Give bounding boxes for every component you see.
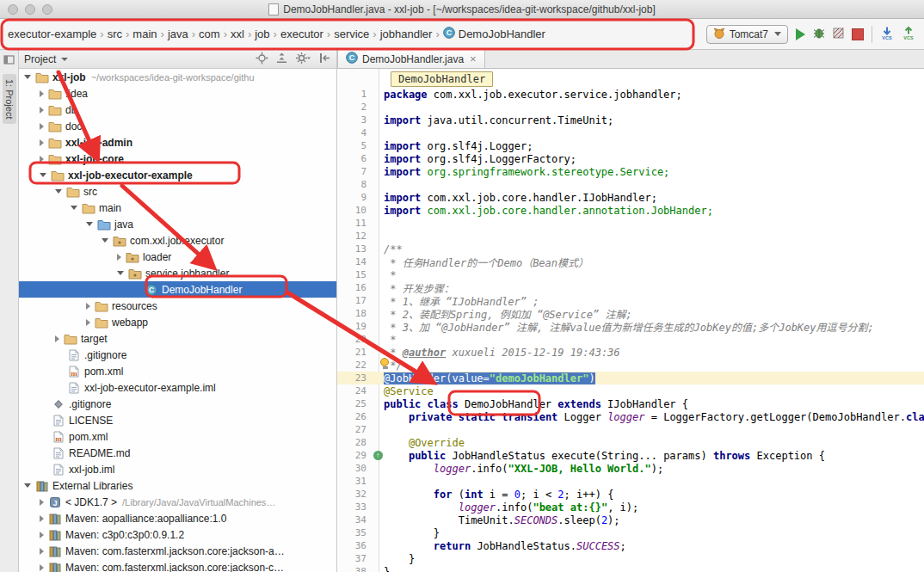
breadcrumb-item-src[interactable]: src [105,26,125,42]
line-number[interactable]: 36 [337,540,372,551]
code-line-21[interactable]: 21 * @author xuxueli 2015-12-19 19:43:36 [337,346,924,359]
tree-item-Maven: c3p0:c3p0:0.9.1.2[interactable]: Maven: c3p0:c3p0:0.9.1.2 [19,526,336,543]
collapse-arrow-icon[interactable] [102,238,108,243]
code-line-35[interactable]: 35 } [337,526,924,539]
code-line-29[interactable]: 29↑ public JobHandleStatus execute(Strin… [337,449,924,462]
breadcrumb-item-jobhandler[interactable]: jobhandler [378,26,435,42]
tree-item-src[interactable]: src [19,183,336,200]
override-marker-icon[interactable]: ↑ [373,451,383,460]
code-line-24[interactable]: 24@Service [337,384,924,397]
line-number[interactable]: 10 [337,205,372,216]
line-number[interactable]: 22 [337,360,372,371]
line-number[interactable]: 17 [337,295,372,306]
code-line-8[interactable]: 8 [337,178,924,191]
breadcrumb-item-executor[interactable]: executor [278,26,326,42]
breadcrumb-item-service[interactable]: service [331,26,372,42]
tree-item-.gitignore[interactable]: .gitignore [19,347,336,363]
code-line-25[interactable]: 25public class DemoJobHandler extends IJ… [337,397,924,410]
line-number[interactable]: 7 [337,166,372,177]
collapse-arrow-icon[interactable] [117,271,124,275]
tree-item-xxl-job.iml[interactable]: xxl-job.iml [19,461,336,477]
project-stripe-button[interactable]: 1: Project [3,74,16,124]
collapse-arrow-icon[interactable] [71,206,77,210]
tree-item-loader[interactable]: loader [19,249,336,265]
code-line-34[interactable]: 34 TimeUnit.SECONDS.sleep(2); [337,514,924,526]
line-number[interactable]: 14 [337,256,372,268]
code-line-28[interactable]: 28 @Override [337,436,924,449]
line-number[interactable]: 4 [337,127,372,138]
tree-item-README.md[interactable]: README.md [19,445,336,461]
line-number[interactable]: 13 [337,243,372,255]
hide-panel-icon[interactable] [318,52,331,67]
run-button[interactable] [796,28,805,40]
code-line-37[interactable]: 37 } [337,552,924,565]
breadcrumb-item-DemoJobHandler[interactable]: CDemoJobHandler [440,25,548,43]
tree-item-pom.xml[interactable]: mpom.xml [19,363,336,379]
code-line-2[interactable]: 2 [337,101,924,114]
code-line-5[interactable]: 5import org.slf4j.Logger; [337,139,924,152]
scroll-from-source-icon[interactable] [256,52,268,67]
expand-arrow-icon[interactable] [117,254,121,261]
code-line-18[interactable]: 18 * 2、装配到Spring, 例如加 “@Service” 注解; [337,307,924,320]
line-number[interactable]: 19 [337,321,372,332]
line-number[interactable]: 1 [337,89,372,100]
tree-item-Maven: com.fasterxml.jackson.core:jackson-a…[interactable]: Maven: com.fasterxml.jackson.core:jackso… [19,543,336,559]
line-number[interactable]: 38 [337,566,372,572]
expand-arrow-icon[interactable] [40,90,44,97]
expand-arrow-icon[interactable] [86,303,90,310]
line-number[interactable]: 25 [337,398,372,409]
minimize-window-button[interactable] [25,4,35,15]
line-number[interactable]: 9 [337,192,372,203]
code-line-1[interactable]: 1package com.xxl.job.executor.service.jo… [337,88,924,101]
tab-demojobhandler[interactable]: C DemoJobHandler.java × [337,50,485,68]
tree-item-External Libraries[interactable]: External Libraries [19,477,336,494]
vcs-update-button[interactable]: VCS [880,26,894,42]
run-configuration-select[interactable]: Tomcat7 [706,25,788,44]
line-number[interactable]: 31 [337,476,372,487]
line-number[interactable]: 34 [337,514,372,526]
coverage-button[interactable] [833,28,844,41]
code-line-3[interactable]: 3import java.util.concurrent.TimeUnit; [337,114,924,126]
expand-arrow-icon[interactable] [40,139,44,146]
line-number[interactable]: 29 [337,450,372,461]
line-number[interactable]: 18 [337,308,372,319]
tree-item-service.jobhandler[interactable]: service.jobhandler [19,265,336,281]
line-number[interactable]: 16 [337,282,372,293]
tree-item-Maven: com.fasterxml.jackson.core:jackson-c…[interactable]: Maven: com.fasterxml.jackson.core:jackso… [19,559,336,572]
tree-item-Maven: aopalliance:aopalliance:1.0[interactable]: Maven: aopalliance:aopalliance:1.0 [19,510,336,526]
close-tab-icon[interactable]: × [470,52,477,65]
chevron-down-icon[interactable] [61,58,68,61]
line-number[interactable]: 6 [337,153,372,164]
code-line-7[interactable]: 7import org.springframework.stereotype.S… [337,165,924,178]
code-line-16[interactable]: 16 * 开发步骤： [337,281,924,294]
expand-arrow-icon[interactable] [55,335,59,342]
tree-item-java[interactable]: java [19,216,336,232]
expand-arrow-icon[interactable] [40,564,44,571]
tree-item-DemoJobHandler[interactable]: CDemoJobHandler [19,281,336,298]
code-line-13[interactable]: 13/** [337,243,924,255]
line-number[interactable]: 27 [337,424,372,435]
close-window-button[interactable] [8,4,18,15]
collapse-arrow-icon[interactable] [86,222,93,226]
line-number[interactable]: 11 [337,218,372,229]
code-line-12[interactable]: 12 [337,230,924,243]
project-panel-title[interactable]: Project [24,53,56,65]
tree-item-target[interactable]: target [19,330,336,347]
expand-arrow-icon[interactable] [40,532,44,538]
class-name-pill[interactable]: DemoJobHandler [391,71,493,87]
code-line-20[interactable]: 20 * [337,333,924,346]
debug-button[interactable] [813,27,825,41]
code-line-36[interactable]: 36 return JobHandleStatus.SUCCESS; [337,539,924,552]
code-line-9[interactable]: 9import com.xxl.job.core.handler.IJobHan… [337,191,924,204]
line-number[interactable]: 32 [337,489,372,500]
gear-icon[interactable] [295,52,311,67]
breadcrumb-item-com[interactable]: com [196,26,223,42]
line-number[interactable]: 26 [337,411,372,422]
tree-item-doc[interactable]: doc [19,118,336,134]
code-line-26[interactable]: 26 private static transient Logger logge… [337,410,924,423]
code-line-27[interactable]: 27 [337,423,924,436]
line-number[interactable]: 33 [337,501,372,513]
expand-arrow-icon[interactable] [40,499,44,506]
breadcrumb-item-executor-example[interactable]: executor-example [5,26,99,42]
collapse-arrow-icon[interactable] [24,483,31,488]
